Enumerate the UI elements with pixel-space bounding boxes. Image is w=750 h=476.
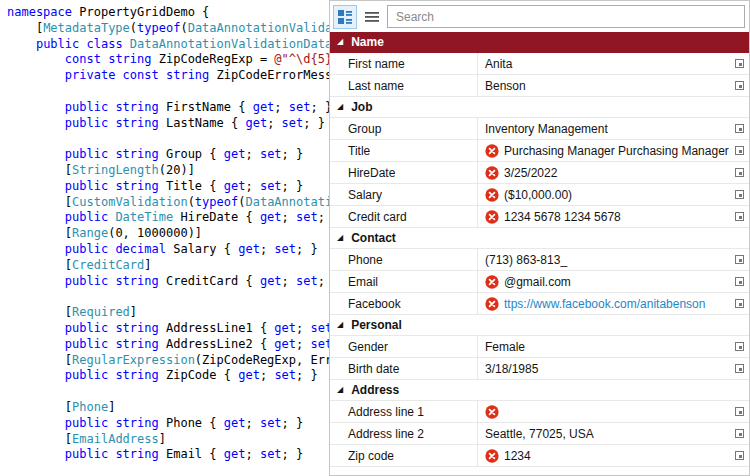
property-value[interactable]: 1234 5678 1234 5678	[504, 210, 621, 224]
property-name[interactable]: First name	[330, 53, 478, 74]
property-name[interactable]: Last name	[330, 75, 478, 96]
property-value-cell[interactable]: Seattle, 77025, USA	[478, 423, 729, 444]
property-row-facebook: Facebookttps://www.facebook.com/anitaben…	[330, 293, 749, 315]
property-value[interactable]: Anita	[485, 57, 512, 71]
property-name[interactable]: Credit card	[330, 206, 478, 227]
property-row-address-line-1: Address line 1	[330, 401, 749, 423]
property-name[interactable]: HireDate	[330, 162, 478, 183]
category-header-personal[interactable]: ◢Personal	[330, 315, 749, 336]
property-value[interactable]: Female	[485, 340, 525, 354]
property-value[interactable]: 1234	[504, 449, 531, 463]
property-row-address-line-2: Address line 2Seattle, 77025, USA	[330, 423, 749, 445]
editor-box-icon	[735, 407, 744, 416]
property-name[interactable]: Phone	[330, 249, 478, 270]
property-row-first-name: First nameAnita	[330, 53, 749, 75]
property-grid-body: ◢NameFirst nameAnitaLast nameBenson◢JobG…	[330, 32, 749, 475]
property-row-gender: GenderFemale	[330, 336, 749, 358]
property-value-cell[interactable]: 3/25/2022	[478, 162, 729, 183]
category-header-address[interactable]: ◢Address	[330, 380, 749, 401]
advanced-editor-button[interactable]	[729, 118, 749, 139]
validation-error-icon	[485, 144, 499, 158]
property-value-cell[interactable]	[478, 401, 729, 422]
property-value-cell[interactable]: 3/18/1985	[478, 358, 729, 379]
advanced-editor-button[interactable]	[729, 423, 749, 444]
property-name[interactable]: Group	[330, 118, 478, 139]
advanced-editor-button[interactable]	[729, 140, 749, 161]
property-name[interactable]: Birth date	[330, 358, 478, 379]
advanced-editor-button[interactable]	[729, 401, 749, 422]
property-value-cell[interactable]: 1234 5678 1234 5678	[478, 206, 729, 227]
property-value[interactable]: @gmail.com	[504, 275, 571, 289]
property-value-cell[interactable]: Benson	[478, 75, 729, 96]
property-row-last-name: Last nameBenson	[330, 75, 749, 97]
advanced-editor-button[interactable]	[729, 162, 749, 183]
category-header-job[interactable]: ◢Job	[330, 97, 749, 118]
editor-box-icon	[735, 168, 744, 177]
advanced-editor-button[interactable]	[729, 271, 749, 292]
property-value-cell[interactable]: (713) 863-813_	[478, 249, 729, 270]
editor-box-icon	[735, 81, 744, 90]
advanced-editor-button[interactable]	[729, 358, 749, 379]
advanced-editor-button[interactable]	[729, 75, 749, 96]
advanced-editor-button[interactable]	[729, 184, 749, 205]
expander-icon[interactable]: ◢	[337, 38, 343, 46]
alphabetical-view-button[interactable]	[360, 5, 384, 29]
property-grid-toolbar	[330, 1, 749, 32]
property-value[interactable]: ($10,000.00)	[504, 188, 572, 202]
editor-box-icon	[735, 212, 744, 221]
category-label: Address	[351, 383, 399, 397]
property-row-credit-card: Credit card1234 5678 1234 5678	[330, 206, 749, 228]
validation-error-icon	[485, 275, 499, 289]
category-label: Contact	[351, 231, 396, 245]
list-icon	[364, 9, 380, 25]
property-value[interactable]: 3/25/2022	[504, 166, 557, 180]
property-row-phone: Phone(713) 863-813_	[330, 249, 749, 271]
property-row-birth-date: Birth date3/18/1985	[330, 358, 749, 380]
advanced-editor-button[interactable]	[729, 206, 749, 227]
property-name[interactable]: Gender	[330, 336, 478, 357]
property-value[interactable]: (713) 863-813_	[485, 253, 567, 267]
expander-icon[interactable]: ◢	[337, 386, 343, 394]
category-label: Personal	[351, 318, 402, 332]
property-value-cell[interactable]: ttps://www.facebook.com/anitabenson	[478, 293, 729, 314]
validation-error-icon	[485, 405, 499, 419]
search-box	[387, 5, 745, 28]
property-value[interactable]: Inventory Management	[485, 122, 608, 136]
property-value[interactable]: Benson	[485, 79, 526, 93]
property-name[interactable]: Salary	[330, 184, 478, 205]
search-input[interactable]	[388, 6, 744, 27]
property-name[interactable]: Address line 1	[330, 401, 478, 422]
advanced-editor-button[interactable]	[729, 336, 749, 357]
property-value[interactable]: Seattle, 77025, USA	[485, 427, 594, 441]
property-value-cell[interactable]: 1234	[478, 445, 729, 466]
category-header-name[interactable]: ◢Name	[330, 32, 749, 53]
editor-box-icon	[735, 342, 744, 351]
property-value-cell[interactable]: @gmail.com	[478, 271, 729, 292]
property-value[interactable]: Purchasing Manager Purchasing Manager	[504, 144, 729, 158]
property-value[interactable]: 3/18/1985	[485, 362, 538, 376]
property-name[interactable]: Title	[330, 140, 478, 161]
advanced-editor-button[interactable]	[729, 445, 749, 466]
property-value-cell[interactable]: Female	[478, 336, 729, 357]
property-name[interactable]: Facebook	[330, 293, 478, 314]
category-label: Job	[351, 100, 372, 114]
expander-icon[interactable]: ◢	[337, 234, 343, 242]
expander-icon[interactable]: ◢	[337, 321, 343, 329]
advanced-editor-button[interactable]	[729, 249, 749, 270]
advanced-editor-button[interactable]	[729, 53, 749, 74]
property-value-cell[interactable]: Anita	[478, 53, 729, 74]
expander-icon[interactable]: ◢	[337, 103, 343, 111]
property-value-cell[interactable]: Inventory Management	[478, 118, 729, 139]
advanced-editor-button[interactable]	[729, 293, 749, 314]
validation-error-icon	[485, 166, 499, 180]
property-name[interactable]: Address line 2	[330, 423, 478, 444]
categorized-view-button[interactable]	[333, 5, 357, 29]
property-value-cell[interactable]: Purchasing Manager Purchasing Manager	[478, 140, 729, 161]
property-value-cell[interactable]: ($10,000.00)	[478, 184, 729, 205]
category-header-contact[interactable]: ◢Contact	[330, 228, 749, 249]
app-window: namespace PropertyGridDemo { [MetadataTy…	[0, 0, 750, 476]
facebook-link[interactable]: ttps://www.facebook.com/anitabenson	[504, 297, 705, 311]
property-name[interactable]: Zip code	[330, 445, 478, 466]
property-row-salary: Salary($10,000.00)	[330, 184, 749, 206]
property-name[interactable]: Email	[330, 271, 478, 292]
